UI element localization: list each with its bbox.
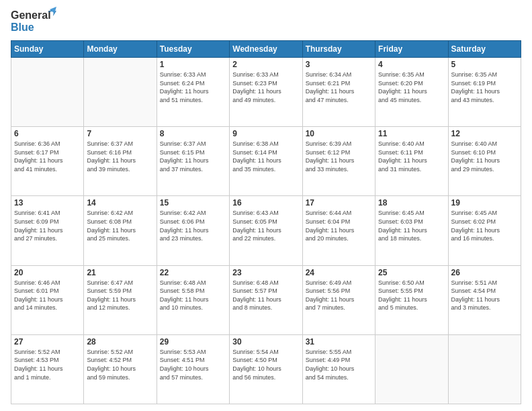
day-number: 8: [160, 129, 226, 138]
day-number: 18: [378, 198, 445, 208]
svg-text:General: General: [11, 9, 51, 21]
calendar-cell: 6Sunrise: 6:36 AM Sunset: 6:17 PM Daylig…: [11, 127, 84, 196]
day-number: 5: [451, 60, 518, 69]
day-info: Sunrise: 5:55 AM Sunset: 4:49 PM Dayligh…: [306, 348, 372, 381]
day-info: Sunrise: 6:40 AM Sunset: 6:10 PM Dayligh…: [451, 140, 518, 173]
calendar-cell: 22Sunrise: 6:48 AM Sunset: 5:58 PM Dayli…: [157, 265, 229, 334]
calendar-cell: 30Sunrise: 5:54 AM Sunset: 4:50 PM Dayli…: [230, 334, 302, 404]
calendar-cell: [448, 334, 521, 404]
page: GeneralBlue SundayMondayTuesdayWednesday…: [0, 0, 532, 411]
day-number: 15: [160, 198, 226, 208]
calendar-cell: [375, 334, 448, 404]
calendar-week-2: 6Sunrise: 6:36 AM Sunset: 6:17 PM Daylig…: [11, 127, 521, 196]
calendar-cell: 4Sunrise: 6:35 AM Sunset: 6:20 PM Daylig…: [375, 58, 448, 127]
day-info: Sunrise: 5:54 AM Sunset: 4:50 PM Dayligh…: [232, 348, 299, 381]
day-number: 17: [306, 198, 372, 208]
calendar-cell: [11, 58, 84, 127]
day-info: Sunrise: 6:48 AM Sunset: 5:58 PM Dayligh…: [160, 279, 226, 312]
calendar-cell: 17Sunrise: 6:44 AM Sunset: 6:04 PM Dayli…: [302, 196, 375, 265]
calendar-cell: 21Sunrise: 6:47 AM Sunset: 5:59 PM Dayli…: [84, 265, 157, 334]
calendar-cell: 5Sunrise: 6:35 AM Sunset: 6:19 PM Daylig…: [448, 58, 521, 127]
day-number: 31: [306, 337, 372, 347]
weekday-header-thursday: Thursday: [302, 41, 375, 58]
weekday-header-tuesday: Tuesday: [157, 41, 229, 58]
day-info: Sunrise: 6:42 AM Sunset: 6:08 PM Dayligh…: [87, 209, 153, 242]
day-info: Sunrise: 6:46 AM Sunset: 6:01 PM Dayligh…: [14, 279, 81, 312]
calendar-table: SundayMondayTuesdayWednesdayThursdayFrid…: [11, 40, 521, 404]
day-info: Sunrise: 6:42 AM Sunset: 6:06 PM Dayligh…: [160, 209, 226, 242]
day-number: 2: [232, 60, 299, 69]
calendar-week-1: 1Sunrise: 6:33 AM Sunset: 6:24 PM Daylig…: [11, 58, 521, 127]
day-number: 22: [160, 268, 226, 277]
day-info: Sunrise: 6:47 AM Sunset: 5:59 PM Dayligh…: [87, 279, 153, 312]
day-info: Sunrise: 5:52 AM Sunset: 4:52 PM Dayligh…: [87, 348, 153, 381]
day-number: 12: [451, 129, 518, 138]
day-info: Sunrise: 6:35 AM Sunset: 6:20 PM Dayligh…: [378, 71, 445, 104]
day-info: Sunrise: 6:45 AM Sunset: 6:02 PM Dayligh…: [451, 209, 518, 242]
weekday-header-wednesday: Wednesday: [230, 41, 302, 58]
day-info: Sunrise: 6:35 AM Sunset: 6:19 PM Dayligh…: [451, 71, 518, 104]
calendar-cell: 16Sunrise: 6:43 AM Sunset: 6:05 PM Dayli…: [230, 196, 302, 265]
day-number: 10: [306, 129, 372, 138]
day-number: 29: [160, 337, 226, 347]
day-number: 21: [87, 268, 153, 277]
logo-svg: GeneralBlue: [11, 7, 58, 36]
calendar-cell: 7Sunrise: 6:37 AM Sunset: 6:16 PM Daylig…: [84, 127, 157, 196]
day-info: Sunrise: 5:53 AM Sunset: 4:51 PM Dayligh…: [160, 348, 226, 381]
calendar-cell: 10Sunrise: 6:39 AM Sunset: 6:12 PM Dayli…: [302, 127, 375, 196]
day-number: 23: [232, 268, 299, 277]
calendar-cell: 24Sunrise: 6:49 AM Sunset: 5:56 PM Dayli…: [302, 265, 375, 334]
calendar-cell: 2Sunrise: 6:33 AM Sunset: 6:23 PM Daylig…: [230, 58, 302, 127]
day-number: 14: [87, 198, 153, 208]
calendar-cell: 14Sunrise: 6:42 AM Sunset: 6:08 PM Dayli…: [84, 196, 157, 265]
weekday-header-saturday: Saturday: [448, 41, 521, 58]
day-number: 20: [14, 268, 81, 277]
weekday-header-friday: Friday: [375, 41, 448, 58]
calendar-cell: 20Sunrise: 6:46 AM Sunset: 6:01 PM Dayli…: [11, 265, 84, 334]
day-info: Sunrise: 6:40 AM Sunset: 6:11 PM Dayligh…: [378, 140, 445, 173]
day-number: 3: [306, 60, 372, 69]
calendar-cell: 29Sunrise: 5:53 AM Sunset: 4:51 PM Dayli…: [157, 334, 229, 404]
calendar-cell: 13Sunrise: 6:41 AM Sunset: 6:09 PM Dayli…: [11, 196, 84, 265]
day-info: Sunrise: 6:41 AM Sunset: 6:09 PM Dayligh…: [14, 209, 81, 242]
calendar-cell: [84, 58, 157, 127]
day-number: 30: [232, 337, 299, 347]
calendar-cell: 11Sunrise: 6:40 AM Sunset: 6:11 PM Dayli…: [375, 127, 448, 196]
day-info: Sunrise: 6:45 AM Sunset: 6:03 PM Dayligh…: [378, 209, 445, 242]
day-number: 13: [14, 198, 81, 208]
day-info: Sunrise: 6:48 AM Sunset: 5:57 PM Dayligh…: [232, 279, 299, 312]
calendar-cell: 27Sunrise: 5:52 AM Sunset: 4:53 PM Dayli…: [11, 334, 84, 404]
day-info: Sunrise: 5:51 AM Sunset: 4:54 PM Dayligh…: [451, 279, 518, 312]
day-info: Sunrise: 6:39 AM Sunset: 6:12 PM Dayligh…: [306, 140, 372, 173]
calendar-cell: 9Sunrise: 6:38 AM Sunset: 6:14 PM Daylig…: [230, 127, 302, 196]
day-number: 26: [451, 268, 518, 277]
day-number: 1: [160, 60, 226, 69]
calendar-cell: 18Sunrise: 6:45 AM Sunset: 6:03 PM Dayli…: [375, 196, 448, 265]
calendar-cell: 31Sunrise: 5:55 AM Sunset: 4:49 PM Dayli…: [302, 334, 375, 404]
calendar-cell: 26Sunrise: 5:51 AM Sunset: 4:54 PM Dayli…: [448, 265, 521, 334]
calendar-cell: 23Sunrise: 6:48 AM Sunset: 5:57 PM Dayli…: [230, 265, 302, 334]
day-number: 25: [378, 268, 445, 277]
weekday-header-row: SundayMondayTuesdayWednesdayThursdayFrid…: [11, 41, 521, 58]
calendar-cell: 28Sunrise: 5:52 AM Sunset: 4:52 PM Dayli…: [84, 334, 157, 404]
day-info: Sunrise: 6:38 AM Sunset: 6:14 PM Dayligh…: [232, 140, 299, 173]
logo: GeneralBlue: [11, 7, 58, 36]
day-number: 4: [378, 60, 445, 69]
day-info: Sunrise: 6:37 AM Sunset: 6:16 PM Dayligh…: [87, 140, 153, 173]
day-info: Sunrise: 6:50 AM Sunset: 5:55 PM Dayligh…: [378, 279, 445, 312]
day-info: Sunrise: 6:33 AM Sunset: 6:24 PM Dayligh…: [160, 71, 226, 104]
day-number: 27: [14, 337, 81, 347]
calendar-cell: 19Sunrise: 6:45 AM Sunset: 6:02 PM Dayli…: [448, 196, 521, 265]
calendar-cell: 1Sunrise: 6:33 AM Sunset: 6:24 PM Daylig…: [157, 58, 229, 127]
day-info: Sunrise: 5:52 AM Sunset: 4:53 PM Dayligh…: [14, 348, 81, 381]
calendar-week-4: 20Sunrise: 6:46 AM Sunset: 6:01 PM Dayli…: [11, 265, 521, 334]
calendar-week-5: 27Sunrise: 5:52 AM Sunset: 4:53 PM Dayli…: [11, 334, 521, 404]
day-number: 28: [87, 337, 153, 347]
day-info: Sunrise: 6:36 AM Sunset: 6:17 PM Dayligh…: [14, 140, 81, 173]
weekday-header-monday: Monday: [84, 41, 157, 58]
day-number: 11: [378, 129, 445, 138]
calendar-cell: 15Sunrise: 6:42 AM Sunset: 6:06 PM Dayli…: [157, 196, 229, 265]
calendar-week-3: 13Sunrise: 6:41 AM Sunset: 6:09 PM Dayli…: [11, 196, 521, 265]
weekday-header-sunday: Sunday: [11, 41, 84, 58]
day-number: 6: [14, 129, 81, 138]
